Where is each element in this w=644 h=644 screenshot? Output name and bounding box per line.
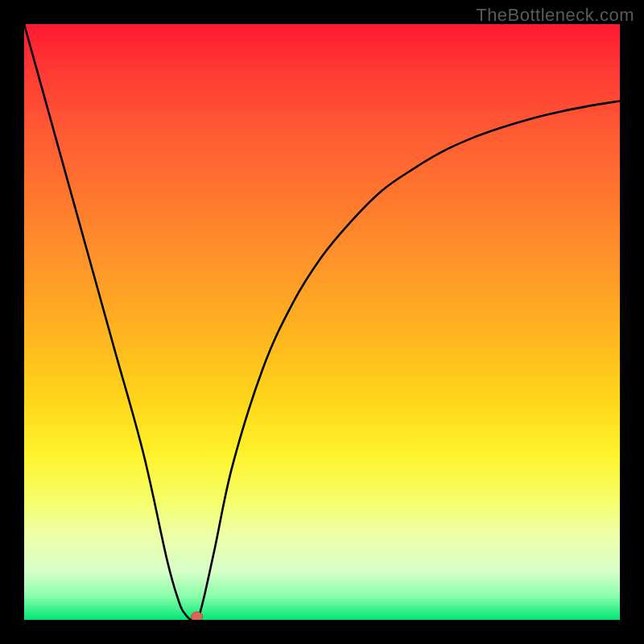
chart-frame: TheBottleneck.com: [0, 0, 644, 644]
watermark-text: TheBottleneck.com: [476, 5, 634, 26]
bottleneck-curve: [24, 24, 620, 620]
plot-area: [24, 24, 620, 620]
curve-layer: [24, 24, 620, 620]
optimal-point-marker: [192, 612, 203, 620]
